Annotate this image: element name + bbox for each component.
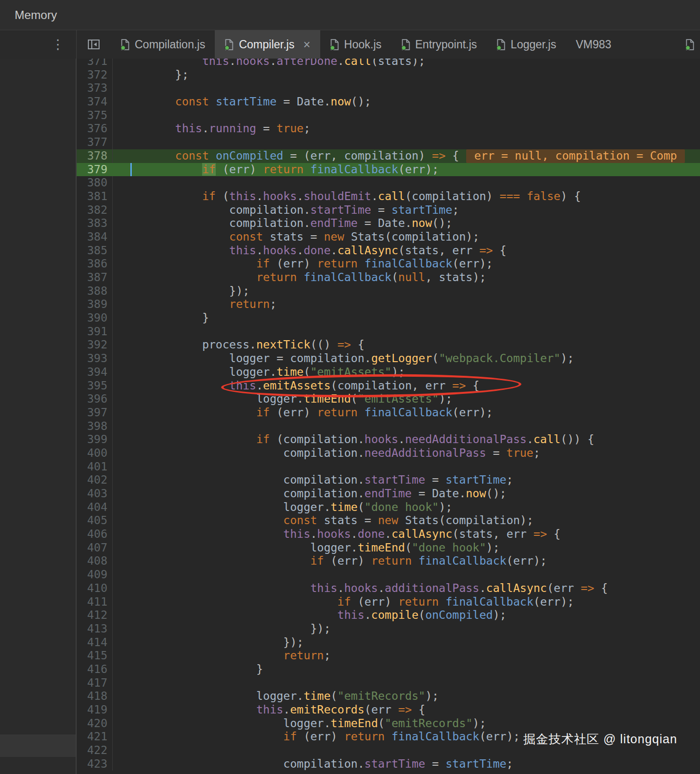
line-number[interactable]: 405 [77, 514, 113, 528]
line-code: this.hooks.done.callAsync(stats, err => … [113, 528, 700, 541]
line-number[interactable]: 411 [77, 595, 113, 609]
line-number[interactable]: 399 [77, 433, 113, 447]
line-code: compilation.endTime = Date.now(); [113, 217, 700, 230]
collapse-navigator-glyph [88, 40, 100, 49]
line-number[interactable]: 394 [77, 366, 113, 379]
code-editor[interactable]: 371 this.hooks.afterDone.call(stats);372… [77, 59, 700, 774]
line-code: this.running = true; [113, 122, 700, 136]
line-number[interactable]: 409 [77, 568, 113, 582]
line-code: this.hooks.done.callAsync(stats, err => … [113, 244, 700, 258]
line-code: compilation.startTime = startTime; [113, 204, 700, 217]
code-line-418: 418 logger.time("emitRecords"); [77, 690, 700, 703]
line-number[interactable]: 371 [77, 59, 113, 68]
tab-hook-js[interactable]: Hook.js [320, 30, 391, 59]
line-number[interactable]: 396 [77, 392, 113, 406]
line-number[interactable]: 407 [77, 541, 113, 555]
line-code: process.nextTick(() => { [113, 338, 700, 352]
line-number[interactable]: 416 [77, 663, 113, 676]
code-line-414: 414 }); [77, 636, 700, 650]
line-number[interactable]: 420 [77, 717, 113, 731]
collapse-navigator-icon[interactable] [77, 30, 111, 59]
code-line-419: 419 this.emitRecords(err => { [77, 703, 700, 717]
line-number[interactable]: 417 [77, 676, 113, 690]
code-line-397: 397 if (err) return finalCallback(err); [77, 406, 700, 420]
line-code: compilation.needAdditionalPass = true; [113, 447, 700, 460]
line-number[interactable]: 372 [77, 68, 113, 82]
line-number[interactable]: 378 [77, 149, 113, 163]
line-number[interactable]: 398 [77, 420, 113, 433]
line-number[interactable]: 393 [77, 352, 113, 366]
line-number[interactable]: 419 [77, 703, 113, 717]
line-code: const stats = new Stats(compilation); [113, 230, 700, 244]
line-number[interactable]: 423 [77, 757, 113, 771]
line-number[interactable]: 381 [77, 190, 113, 204]
tab-vm983[interactable]: VM983 [566, 30, 621, 59]
code-line-400: 400 compilation.needAdditionalPass = tru… [77, 447, 700, 460]
line-number[interactable]: 415 [77, 649, 113, 663]
code-line-389: 389 return; [77, 298, 700, 311]
line-code: return finalCallback(null, stats); [113, 271, 700, 285]
line-number[interactable]: 401 [77, 460, 113, 474]
line-number[interactable]: 390 [77, 311, 113, 325]
line-number[interactable]: 406 [77, 528, 113, 541]
code-line-420: 420 logger.timeEnd("emitRecords"); [77, 717, 700, 731]
line-number[interactable]: 384 [77, 230, 113, 244]
line-code: logger.time("emitRecords"); [113, 690, 700, 703]
line-number[interactable]: 373 [77, 81, 113, 95]
code-line-403: 403 compilation.endTime = Date.now(); [77, 487, 700, 501]
tab-compilation-js[interactable]: Compilation.js [111, 30, 215, 59]
line-number[interactable]: 403 [77, 487, 113, 501]
line-number[interactable]: 422 [77, 744, 113, 757]
navigator-sidebar[interactable] [0, 59, 77, 774]
line-number[interactable]: 385 [77, 244, 113, 258]
code-line-372: 372 }; [77, 68, 700, 82]
line-number[interactable]: 376 [77, 122, 113, 136]
tab-label: Compilation.js [135, 38, 205, 51]
line-number[interactable]: 400 [77, 447, 113, 460]
line-number[interactable]: 374 [77, 95, 113, 109]
panel-title[interactable]: Memory [15, 8, 57, 22]
code-line-377: 377 [77, 136, 700, 149]
sources-main: 371 this.hooks.afterDone.call(stats);372… [0, 59, 700, 774]
line-number[interactable]: 386 [77, 257, 113, 271]
code-line-409: 409 [77, 568, 700, 582]
line-number[interactable]: 387 [77, 271, 113, 285]
close-tab-icon[interactable]: × [303, 38, 310, 52]
line-number[interactable]: 383 [77, 217, 113, 230]
file-icon [496, 39, 506, 50]
line-number[interactable]: 377 [77, 136, 113, 149]
line-number[interactable]: 402 [77, 473, 113, 487]
line-number[interactable]: 375 [77, 109, 113, 122]
line-number[interactable]: 410 [77, 582, 113, 595]
code-line-423: 423 compilation.startTime = startTime; [77, 757, 700, 771]
line-number[interactable]: 382 [77, 204, 113, 217]
tab-compiler-js[interactable]: Compiler.js× [215, 30, 320, 59]
line-number[interactable]: 412 [77, 609, 113, 622]
line-code: } [113, 663, 700, 676]
line-number[interactable]: 413 [77, 622, 113, 636]
line-number[interactable]: 391 [77, 325, 113, 339]
file-icon [401, 39, 411, 50]
code-line-395: 395 this.emitAssets(compilation, err => … [77, 379, 700, 393]
tab-logger-js[interactable]: Logger.js [487, 30, 566, 59]
line-number[interactable]: 421 [77, 730, 113, 744]
line-number[interactable]: 395 [77, 379, 113, 393]
code-line-386: 386 if (err) return finalCallback(err); [77, 257, 700, 271]
line-number[interactable]: 418 [77, 690, 113, 703]
line-number[interactable]: 388 [77, 285, 113, 298]
line-code: logger.time("done hook"); [113, 501, 700, 514]
file-icon-partial[interactable] [685, 39, 695, 52]
line-number[interactable]: 397 [77, 406, 113, 420]
line-number[interactable]: 379 [77, 163, 113, 177]
line-number[interactable]: 408 [77, 554, 113, 568]
more-options-icon[interactable]: ⋮ [51, 38, 64, 51]
line-number[interactable]: 392 [77, 338, 113, 352]
line-number[interactable]: 389 [77, 298, 113, 311]
code-line-421: 421 if (err) return finalCallback(err); [77, 730, 700, 744]
line-number[interactable]: 414 [77, 636, 113, 650]
line-number[interactable]: 380 [77, 176, 113, 190]
tab-label: Entrypoint.js [415, 38, 477, 51]
line-number[interactable]: 404 [77, 501, 113, 514]
tab-entrypoint-js[interactable]: Entrypoint.js [391, 30, 487, 59]
code-lines: 371 this.hooks.afterDone.call(stats);372… [77, 59, 700, 771]
